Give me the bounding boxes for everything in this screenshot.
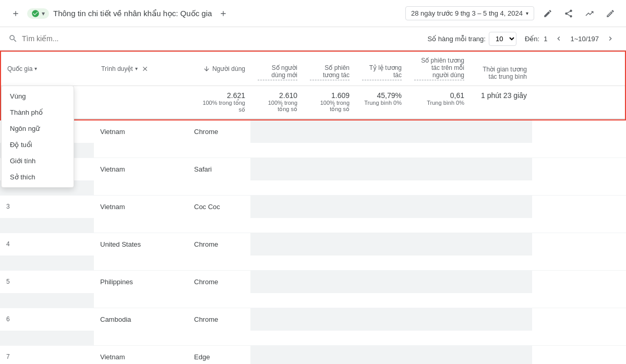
rows-select[interactable]: 10 25 50 xyxy=(489,32,516,46)
dropdown-item-ngon-ngu[interactable]: Ngôn ngữ xyxy=(2,120,74,137)
row-thoi-gian xyxy=(0,293,94,308)
row-browser: Coc Coc xyxy=(188,196,250,218)
row-nguoi-dung xyxy=(250,271,303,293)
row-ty-le xyxy=(407,346,469,364)
row-so-nguoi-dung-moi xyxy=(303,233,355,256)
dropdown-item-gioi-tinh[interactable]: Giới tính xyxy=(2,153,74,169)
row-so-nguoi-dung-moi xyxy=(303,271,355,293)
row-nguoi-dung xyxy=(250,158,303,180)
trinh-duyet-header[interactable]: Trình duyệt ▾ xyxy=(95,52,189,86)
search-icon xyxy=(8,34,18,43)
summary-ty-le-sub: Trung bình 0% xyxy=(362,100,402,106)
quoc-gia-label: Quốc gia xyxy=(7,65,32,72)
date-chevron-icon: ▾ xyxy=(526,10,528,16)
row-nguoi-dung xyxy=(250,120,303,143)
trinh-duyet-label: Trình duyệt xyxy=(101,65,133,72)
top-bar-left: ▾ Thông tin chi tiết về nhân khẩu học: Q… xyxy=(8,6,231,21)
dropdown-item-do-tuoi[interactable]: Độ tuổi xyxy=(2,137,74,153)
row-so-nguoi-dung-moi xyxy=(303,308,355,331)
row-so-phien-moi-nguoi xyxy=(469,308,532,331)
summary-so-nguoi-dung-moi-sub: 100% trong tổng số xyxy=(258,100,297,113)
row-num: 4 xyxy=(0,233,94,256)
add-left-button[interactable] xyxy=(8,6,23,21)
row-browser: Safari xyxy=(188,158,250,180)
table-row: 3 Vietnam Coc Coc xyxy=(0,196,626,233)
table-row: 6 Cambodia Chrome xyxy=(0,308,626,346)
dropdown-item-so-thich[interactable]: Sở thích xyxy=(2,169,74,185)
share-icon-button[interactable] xyxy=(561,6,576,21)
row-nguoi-dung xyxy=(250,196,303,218)
so-phien-header[interactable]: Số phiên tương tác xyxy=(304,52,356,86)
row-nguoi-dung xyxy=(250,233,303,256)
ty-le-header[interactable]: Tỷ lệ tương tác xyxy=(356,52,408,86)
so-phien-moi-nguoi-header[interactable]: Số phiên tương tác trên mỗi người dùng xyxy=(408,52,471,86)
so-nguoi-dung-moi-label: Số người dùng mới xyxy=(258,64,297,80)
row-so-nguoi-dung-moi xyxy=(303,346,355,364)
summary-so-phien-sub: 100% trong tổng số xyxy=(310,100,350,113)
so-phien-moi-nguoi-label: Số phiên tương tác trên mỗi người dùng xyxy=(414,57,464,80)
add-tab-button[interactable] xyxy=(216,6,231,21)
ty-le-label: Tỷ lệ tương tác xyxy=(362,64,402,80)
row-so-phien xyxy=(355,158,407,180)
summary-so-phien-moi-nguoi-sub: Trung bình 0% xyxy=(414,100,464,106)
row-so-nguoi-dung-moi xyxy=(303,120,355,143)
top-bar-right: 28 ngày trước 9 thg 3 – 5 thg 4, 2024 ▾ xyxy=(405,6,618,21)
row-browser: Chrome xyxy=(188,120,250,143)
quoc-gia-chevron-icon: ▾ xyxy=(34,66,37,71)
row-ty-le xyxy=(407,120,469,143)
row-num: 3 xyxy=(0,196,94,218)
summary-so-phien-moi-nguoi-val: 0,61 xyxy=(414,91,464,100)
summary-so-nguoi-dung-moi-val: 2.610 xyxy=(258,91,297,100)
row-browser: Edge xyxy=(188,346,250,364)
filter-section: Quốc gia ▾ Vùng Thành phố Ngôn ngữ Độ tu… xyxy=(0,51,626,120)
date-selector[interactable]: 28 ngày trước 9 thg 3 – 5 thg 4, 2024 ▾ xyxy=(405,6,534,20)
next-page-button[interactable] xyxy=(603,31,618,46)
so-phien-label: Số phiên tương tác xyxy=(310,64,350,80)
dropdown-item-thanh-pho[interactable]: Thành phố xyxy=(2,104,74,120)
summary-row: 2.621 100% trong tổng số 2.610 100% tron… xyxy=(1,86,625,119)
thoi-gian-label: Thời gian tương tác trung bình xyxy=(477,66,527,80)
row-country: Vietnam xyxy=(94,120,188,143)
row-so-phien-moi-nguoi xyxy=(469,346,532,364)
row-nguoi-dung xyxy=(250,346,303,364)
summary-nguoi-dung-val: 2.621 xyxy=(195,91,245,100)
filter-header-row: Quốc gia ▾ Vùng Thành phố Ngôn ngữ Độ tu… xyxy=(1,52,625,86)
table-row: 1 Vietnam Chrome xyxy=(0,120,626,158)
prev-page-button[interactable] xyxy=(551,31,566,46)
row-thoi-gian xyxy=(0,218,94,233)
row-ty-le xyxy=(407,233,469,256)
pencil-icon-button[interactable] xyxy=(603,6,618,21)
thoi-gian-header[interactable]: Thời gian tương tác trung bình xyxy=(471,52,533,86)
remove-filter-button[interactable] xyxy=(140,64,150,74)
row-so-nguoi-dung-moi xyxy=(303,196,355,218)
summary-so-nguoi-dung-moi: 2.610 100% trong tổng số xyxy=(251,86,304,118)
nguoi-dung-header[interactable]: Người dùng xyxy=(189,52,251,86)
search-right: Số hàng mỗi trang: 10 25 50 Đến: 1 1~10/… xyxy=(428,31,618,46)
row-country: Cambodia xyxy=(94,308,188,331)
table-row: 4 United States Chrome xyxy=(0,233,626,271)
summary-thoi-gian-val: 1 phút 23 giây xyxy=(477,91,527,100)
summary-thoi-gian: 1 phút 23 giây xyxy=(471,86,533,118)
edit-icon-button[interactable] xyxy=(540,6,555,21)
row-thoi-gian xyxy=(0,331,94,345)
dropdown-item-vung[interactable]: Vùng xyxy=(2,88,74,104)
row-ty-le xyxy=(407,308,469,331)
search-input[interactable] xyxy=(22,34,178,43)
title-badge[interactable]: ▾ xyxy=(27,8,49,19)
row-so-phien xyxy=(355,233,407,256)
sort-down-icon xyxy=(203,65,210,72)
summary-so-phien-moi-nguoi: 0,61 Trung bình 0% xyxy=(408,86,471,118)
table-row: 7 Vietnam Edge xyxy=(0,346,626,364)
analytics-icon-button[interactable] xyxy=(582,6,597,21)
so-nguoi-dung-moi-header[interactable]: Số người dùng mới xyxy=(251,52,304,86)
row-so-phien xyxy=(355,120,407,143)
row-num: 5 xyxy=(0,271,94,293)
row-so-phien xyxy=(355,196,407,218)
quoc-gia-header[interactable]: Quốc gia ▾ Vùng Thành phố Ngôn ngữ Độ tu… xyxy=(1,52,95,86)
summary-nguoi-dung-sub: 100% trong tổng số xyxy=(195,100,245,113)
search-left xyxy=(8,34,178,43)
page-title: Thông tin chi tiết về nhân khẩu học: Quố… xyxy=(53,9,212,18)
title-badge-arrow: ▾ xyxy=(42,10,45,17)
row-so-phien xyxy=(355,346,407,364)
row-num: 6 xyxy=(0,308,94,331)
